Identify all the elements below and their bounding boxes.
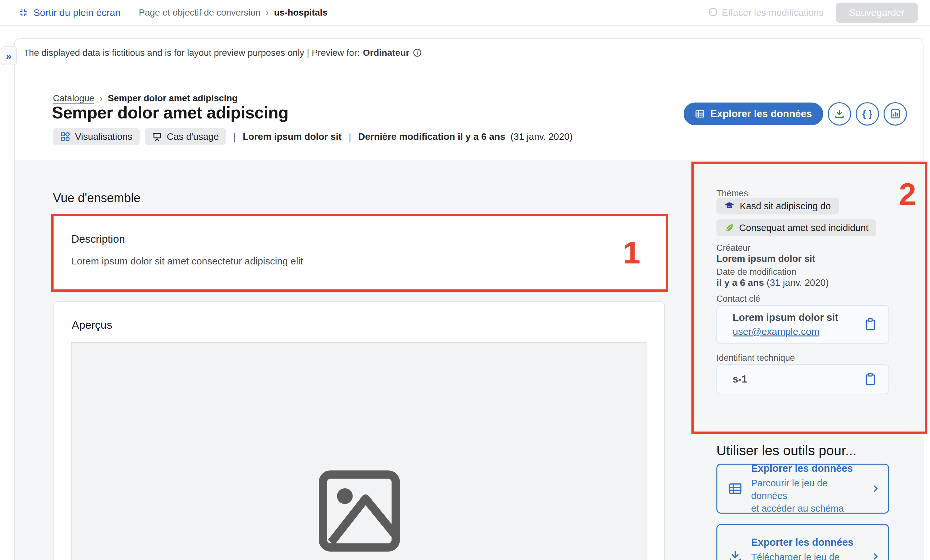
notice-text: The displayed data is fictitious and is … bbox=[23, 48, 360, 58]
chart-button[interactable] bbox=[884, 102, 907, 126]
notice-device: Ordinateur bbox=[363, 48, 410, 58]
table-icon bbox=[728, 481, 743, 496]
modified-label: Date de modification bbox=[716, 267, 796, 277]
previews-card: Aperçus bbox=[53, 301, 665, 560]
chevrons-right-icon: » bbox=[6, 50, 12, 62]
overview-section: Vue d'ensemble Description Lorem ipsum d… bbox=[15, 160, 923, 560]
badge-cas-dusage[interactable]: Cas d'usage bbox=[145, 128, 226, 145]
modified-date: (31 janv. 2020) bbox=[767, 277, 829, 288]
exit-fullscreen-link[interactable]: Sortir du plein écran bbox=[18, 7, 120, 18]
preview-image-area bbox=[71, 342, 647, 560]
annotation-number-1: 1 bbox=[623, 237, 641, 268]
modified-relative: il y a 6 ans bbox=[716, 277, 764, 288]
copy-contact-button[interactable] bbox=[864, 317, 877, 332]
info-icon[interactable] bbox=[413, 48, 422, 57]
modified-value: il y a 6 ans (31 janv. 2020) bbox=[716, 277, 829, 288]
breadcrumb-current: us-hospitals bbox=[274, 8, 328, 18]
chevron-right-icon: › bbox=[266, 8, 269, 18]
previews-heading: Aperçus bbox=[72, 318, 112, 331]
graduation-cap-icon bbox=[724, 201, 734, 211]
exit-fullscreen-label: Sortir du plein écran bbox=[34, 7, 120, 18]
tools-heading: Utiliser les outils pour... bbox=[716, 443, 857, 458]
top-bar: Sortir du plein écran Page et objectif d… bbox=[0, 0, 930, 26]
chevron-right-icon bbox=[871, 552, 880, 560]
dashboard-icon bbox=[60, 131, 71, 142]
badge-label: Cas d'usage bbox=[167, 131, 219, 142]
breadcrumb: Page et objectif de conversion › us-hosp… bbox=[139, 8, 327, 18]
screen: Sortir du plein écran Page et objectif d… bbox=[0, 0, 930, 560]
meta-modified: Dernière modification il y a 6 ans bbox=[358, 131, 505, 142]
explore-data-label: Explorer les données bbox=[710, 108, 812, 120]
copy-identifier-button[interactable] bbox=[864, 372, 877, 386]
creator-value: Lorem ipsum dolor sit bbox=[716, 253, 815, 264]
tool-card-export[interactable]: Exporter les données Télécharger le jeu … bbox=[716, 524, 889, 560]
clear-changes-label: Effacer les modifications bbox=[722, 8, 824, 18]
preview-container: The displayed data is fictitious and is … bbox=[14, 38, 924, 560]
tool-card-line: et accéder au schéma bbox=[751, 502, 862, 515]
preview-notice-bar: The displayed data is fictitious and is … bbox=[15, 38, 923, 67]
save-button[interactable]: Sauvegarder bbox=[836, 3, 918, 23]
tool-card-title: Exporter les données bbox=[751, 537, 862, 548]
themes-label: Thèmes bbox=[716, 189, 748, 198]
breadcrumb-section[interactable]: Page et objectif de conversion bbox=[139, 8, 260, 18]
meta-source: Lorem ipsum dolor sit bbox=[243, 131, 342, 142]
chevron-right-icon bbox=[871, 484, 880, 494]
download-button[interactable] bbox=[828, 102, 851, 126]
theme-tag-education[interactable]: Kasd sit adipiscing do bbox=[716, 198, 839, 214]
identifier-card: s-1 bbox=[716, 365, 889, 394]
collapse-banner-tab[interactable]: » bbox=[1, 46, 17, 65]
description-label: Description bbox=[71, 233, 125, 245]
table-icon bbox=[694, 109, 705, 119]
presentation-icon bbox=[152, 131, 162, 142]
meta-separator: | bbox=[349, 131, 351, 142]
meta-separator: | bbox=[233, 131, 236, 142]
theme-tag-environment[interactable]: Consequat amet sed incididunt bbox=[716, 219, 876, 236]
annotation-box-1: Description Lorem ipsum dolor sit amet c… bbox=[51, 214, 668, 292]
tool-card-title: Explorer les données bbox=[751, 463, 862, 474]
contact-label: Contact clé bbox=[716, 294, 760, 304]
braces-icon: { } bbox=[862, 109, 872, 119]
page-title: Semper dolor amet adipiscing bbox=[52, 103, 289, 122]
header-actions: Explorer les données { } bbox=[684, 102, 907, 126]
tool-card-text: Explorer les données Parcourir le jeu de… bbox=[751, 463, 862, 515]
description-text: Lorem ipsum dolor sit amet consectetur a… bbox=[71, 256, 303, 267]
identifier-label: Identifiant technique bbox=[716, 353, 795, 363]
download-icon bbox=[728, 549, 743, 560]
leaf-icon bbox=[724, 223, 734, 232]
bar-chart-icon bbox=[889, 108, 901, 120]
theme-tag-label: Consequat amet sed incididunt bbox=[739, 223, 868, 233]
tool-card-explore[interactable]: Explorer les données Parcourir le jeu de… bbox=[716, 464, 889, 514]
top-bar-actions: Effacer les modifications Sauvegarder bbox=[707, 3, 918, 23]
breadcrumb-catalogue-link[interactable]: Catalogue bbox=[53, 93, 94, 103]
undo-icon bbox=[707, 8, 718, 18]
explore-data-button[interactable]: Explorer les données bbox=[684, 103, 823, 125]
dataset-breadcrumb: Catalogue › Semper dolor amet adipiscing bbox=[53, 93, 238, 103]
annotation-number-2: 2 bbox=[899, 179, 916, 210]
clipboard-icon bbox=[864, 372, 877, 386]
clear-changes-button[interactable]: Effacer les modifications bbox=[707, 8, 824, 18]
api-braces-button[interactable]: { } bbox=[856, 102, 879, 126]
creator-label: Créateur bbox=[716, 243, 750, 253]
download-icon bbox=[834, 108, 845, 119]
chevron-right-icon: › bbox=[100, 93, 103, 103]
tool-card-text: Exporter les données Télécharger le jeu … bbox=[751, 537, 862, 560]
meta-modified-date: (31 janv. 2020) bbox=[511, 131, 573, 142]
theme-tag-label: Kasd sit adipiscing do bbox=[740, 201, 831, 212]
badge-visualisations[interactable]: Visualisations bbox=[53, 128, 140, 145]
breadcrumb-dataset: Semper dolor amet adipiscing bbox=[108, 93, 238, 103]
tool-card-line: Parcourir le jeu de données bbox=[751, 477, 862, 502]
dataset-meta-row: Visualisations Cas d'usage | Lorem ipsum… bbox=[53, 128, 573, 145]
contact-card: Lorem ipsum dolor sit user@example.com bbox=[716, 305, 889, 344]
image-placeholder-icon bbox=[309, 462, 409, 560]
clipboard-icon bbox=[864, 317, 877, 332]
tool-card-line: Télécharger le jeu de bbox=[751, 551, 862, 560]
compress-icon bbox=[18, 7, 29, 18]
overview-heading: Vue d'ensemble bbox=[53, 191, 140, 205]
badge-label: Visualisations bbox=[75, 131, 132, 142]
